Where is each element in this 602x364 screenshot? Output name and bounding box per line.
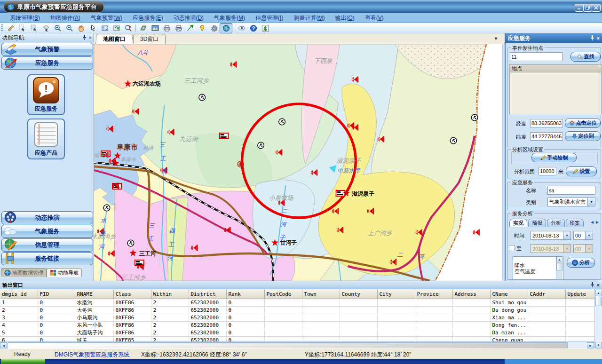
scroll-up-icon[interactable]: ▲ <box>595 290 602 296</box>
locate-to-button[interactable]: 定位到 <box>565 131 601 141</box>
menu-item[interactable]: 动态推演(D) <box>168 13 209 23</box>
menu-item[interactable]: 信息管理(I) <box>250 13 288 23</box>
left-tab-地图数据管理[interactable]: 地图数据管理 <box>1 268 47 277</box>
to-checkbox[interactable] <box>509 245 515 251</box>
column-header[interactable]: Rank <box>226 289 264 299</box>
analysis-range-input[interactable] <box>539 167 556 175</box>
select-area-button[interactable] <box>40 24 52 33</box>
element-listbox[interactable]: 降水空气温度 ▲ <box>513 256 563 280</box>
map-tab-dropdown-icon[interactable]: ▼ <box>494 36 498 41</box>
column-header[interactable]: City <box>377 289 415 299</box>
zoom-out-button[interactable] <box>63 24 75 33</box>
image-export-button[interactable] <box>149 24 161 33</box>
select-box-button[interactable] <box>16 24 28 33</box>
scroll-down-icon[interactable]: ▼ <box>595 342 602 348</box>
column-header[interactable]: RNAME <box>75 289 113 299</box>
date-select[interactable]: 2010-08-13▼ <box>531 231 571 240</box>
big-button-应急服务[interactable]: !应急服务 <box>27 74 65 115</box>
help-button[interactable]: ? <box>247 24 259 33</box>
column-header[interactable]: CName <box>490 289 528 299</box>
tab-scroll-right-icon[interactable]: ▶ <box>596 220 599 224</box>
scroll-up-icon[interactable]: ▲ <box>556 257 562 262</box>
column-header[interactable]: CAddr <box>528 289 565 299</box>
listbox-scrollbar[interactable]: ▲ <box>556 257 562 279</box>
analysis-tab-分析[interactable]: 分析 <box>547 219 565 227</box>
pin-icon[interactable] <box>590 35 594 41</box>
column-header[interactable]: dmgis_id <box>0 289 38 299</box>
map-tab-地图窗口[interactable]: 地图窗口 <box>95 34 133 44</box>
analysis-tab-预案[interactable]: 预案 <box>566 219 584 227</box>
column-header[interactable]: District <box>189 289 226 299</box>
full-extent-button[interactable] <box>99 24 111 33</box>
find-button[interactable]: 查找 <box>570 52 601 62</box>
sidebar-item-动态推演[interactable]: 动态推演 <box>1 211 93 224</box>
close-icon[interactable]: × <box>597 36 600 41</box>
set-button[interactable]: 设置 <box>566 166 597 176</box>
sidebar-item-气象预警[interactable]: 气象预警 <box>1 43 93 56</box>
table-row[interactable]: 40东风一小队0XFF8626523020000Dong fen... <box>0 322 594 329</box>
print-button[interactable] <box>161 24 173 33</box>
hour-select[interactable]: 00▼ <box>573 231 593 240</box>
pin-icon[interactable] <box>82 35 87 41</box>
location-search-input[interactable] <box>510 52 562 61</box>
measure-button[interactable] <box>5 24 16 33</box>
column-header[interactable]: Address <box>452 289 490 299</box>
column-header[interactable]: Within <box>151 289 189 299</box>
close-button[interactable] <box>592 4 601 12</box>
gear-button[interactable] <box>208 24 220 33</box>
menu-item[interactable]: 输出(O) <box>330 13 359 23</box>
manual-draw-button[interactable]: 手动绘制 <box>531 153 577 162</box>
pan-button[interactable] <box>75 24 87 33</box>
longitude-input[interactable] <box>530 119 563 127</box>
output-table[interactable]: dmgis_idFIDRNAMEClassWithinDistrictRankP… <box>0 289 594 341</box>
menu-item[interactable]: 地图操作(A) <box>45 13 86 23</box>
menu-item[interactable]: 系统管理(S) <box>5 13 45 23</box>
minimize-button[interactable] <box>575 4 584 12</box>
column-header[interactable]: FID <box>38 289 75 299</box>
identify-button[interactable] <box>122 24 134 33</box>
sidebar-item-气象服务[interactable]: 气象服务 <box>1 225 93 238</box>
menu-item[interactable]: 测量计算(M) <box>288 13 330 23</box>
select-elem-button[interactable] <box>28 24 40 33</box>
latitude-input[interactable] <box>530 132 563 141</box>
column-header[interactable]: PostCode <box>264 289 302 299</box>
column-header[interactable]: Provice <box>415 289 452 299</box>
output-vscrollbar[interactable]: ▲ ▼ <box>594 289 602 349</box>
tree-button[interactable] <box>259 24 271 33</box>
analysis-tab-预报[interactable]: 预报 <box>528 219 546 227</box>
map-tab-3D窗口[interactable]: 3D窗口 <box>133 34 166 44</box>
green-arrow-button[interactable] <box>184 24 196 33</box>
zoom-in-button[interactable] <box>52 24 63 33</box>
column-header[interactable]: Class <box>113 289 151 299</box>
menu-item[interactable]: 应急服务(E) <box>127 13 168 23</box>
menu-item[interactable]: 查看(V) <box>360 13 389 23</box>
refresh-button[interactable] <box>111 24 122 33</box>
column-header[interactable]: Update <box>565 289 594 299</box>
scroll-left-icon[interactable]: ◀ <box>0 342 7 348</box>
close-icon[interactable]: × <box>89 35 92 40</box>
pin-marker-button[interactable] <box>196 24 208 33</box>
layers-button[interactable] <box>137 24 149 33</box>
menu-item[interactable]: 气象预警(W) <box>86 13 127 23</box>
restore-button[interactable] <box>583 4 592 12</box>
category-select[interactable]: 气象和洪水灾害▼ <box>547 198 595 206</box>
column-header[interactable]: Town <box>302 289 340 299</box>
analyze-button[interactable]: i 分析 <box>567 258 595 268</box>
table-row[interactable]: 50大面场子沟0XFF8626523020000Da mian ... <box>0 329 594 337</box>
pin-icon[interactable] <box>590 282 594 288</box>
table-row[interactable]: 20大冬沟0XFF8626523020000Da dong gou <box>0 307 594 314</box>
sidebar-item-信息管理[interactable]: 信息管理 <box>1 238 93 252</box>
left-tab-功能导航[interactable]: 功能导航 <box>47 268 82 277</box>
globe-button[interactable] <box>220 23 232 33</box>
location-list-header[interactable]: 地点 <box>510 65 601 72</box>
map-canvas[interactable]: 八斗六运湖农场三工河乡下西泉九运街阜康市种场城关镇阜康市滋泥泉子中新水库小泉牧场… <box>94 44 502 281</box>
menu-item[interactable]: 气象服务(M) <box>209 13 250 23</box>
chevron-down-icon[interactable]: ▼ <box>585 231 593 239</box>
column-header[interactable]: County <box>340 289 377 299</box>
toolbar-grip[interactable] <box>1 24 3 32</box>
close-icon[interactable]: × <box>597 283 600 288</box>
service-name-input[interactable] <box>547 186 595 195</box>
table-row[interactable]: 60城关0XFF8526523020000Cheng guan <box>0 337 594 342</box>
table-row[interactable]: 30小马厩沟0XFF8626523020000Xiao ma ... <box>0 314 594 322</box>
tab-scroll-left-icon[interactable]: ◀ <box>591 220 594 224</box>
